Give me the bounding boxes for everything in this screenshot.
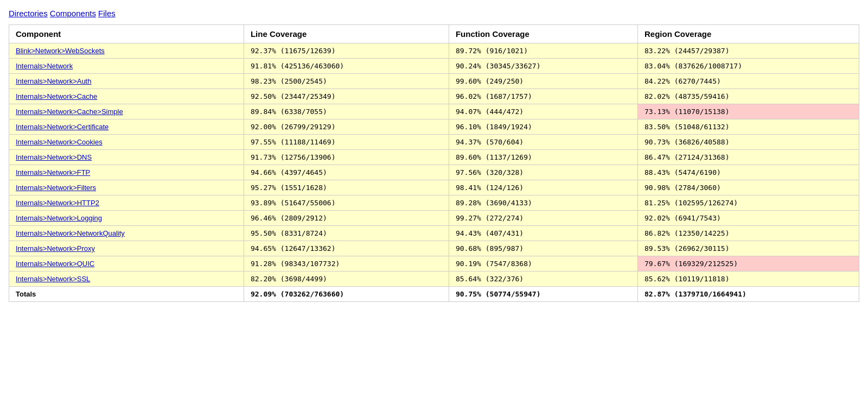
- cell-component: Internals>Network>FTP: [9, 165, 244, 180]
- table-row: Internals>Network>Cache92.50% (23447/253…: [9, 89, 859, 104]
- cell-function-coverage: 90.68% (895/987): [449, 241, 637, 256]
- component-link[interactable]: Internals>Network>QUIC: [16, 260, 94, 268]
- cell-line-coverage: 92.37% (11675/12639): [244, 43, 449, 59]
- cell-function-coverage: 89.28% (3690/4133): [449, 195, 637, 211]
- view-results-bar: Directories Components Files: [9, 9, 859, 18]
- cell-component: Internals>Network: [9, 59, 244, 74]
- cell-component: Internals>Network>Proxy: [9, 241, 244, 256]
- cell-line-coverage: 82.20% (3698/4499): [244, 272, 449, 287]
- table-row: Internals>Network>Proxy94.65% (12647/133…: [9, 241, 859, 256]
- table-row: Internals>Network>NetworkQuality95.50% (…: [9, 226, 859, 241]
- cell-component: Internals>Network>HTTP2: [9, 195, 244, 211]
- table-row: Internals>Network>DNS91.73% (12756/13906…: [9, 150, 859, 165]
- cell-region-coverage: 82.02% (48735/59416): [637, 89, 859, 104]
- cell-region-coverage: 83.22% (24457/29387): [637, 43, 859, 59]
- totals-region: 82.87% (1379710/1664941): [637, 287, 859, 302]
- cell-function-coverage: 85.64% (322/376): [449, 272, 637, 287]
- cell-function-coverage: 98.41% (124/126): [449, 180, 637, 195]
- cell-region-coverage: 79.67% (169329/212525): [637, 256, 859, 272]
- coverage-table: Component Line Coverage Function Coverag…: [9, 24, 859, 302]
- cell-function-coverage: 89.72% (916/1021): [449, 43, 637, 59]
- cell-component: Internals>Network>NetworkQuality: [9, 226, 244, 241]
- component-link[interactable]: Internals>Network>FTP: [16, 168, 90, 176]
- table-row: Internals>Network>Cookies97.55% (11188/1…: [9, 135, 859, 150]
- table-row: Internals>Network>Logging96.46% (2809/29…: [9, 211, 859, 226]
- cell-region-coverage: 86.82% (12350/14225): [637, 226, 859, 241]
- cell-component: Internals>Network>SSL: [9, 272, 244, 287]
- totals-line: 92.09% (703262/763660): [244, 287, 449, 302]
- cell-component: Internals>Network>Cache>Simple: [9, 104, 244, 119]
- cell-region-coverage: 85.62% (10119/11818): [637, 272, 859, 287]
- cell-line-coverage: 95.50% (8331/8724): [244, 226, 449, 241]
- cell-line-coverage: 92.50% (23447/25349): [244, 89, 449, 104]
- cell-function-coverage: 90.19% (7547/8368): [449, 256, 637, 272]
- cell-region-coverage: 88.43% (5474/6190): [637, 165, 859, 180]
- cell-line-coverage: 94.66% (4397/4645): [244, 165, 449, 180]
- component-link[interactable]: Internals>Network>Cache>Simple: [16, 108, 123, 116]
- cell-component: Internals>Network>Filters: [9, 180, 244, 195]
- cell-function-coverage: 96.10% (1849/1924): [449, 119, 637, 135]
- cell-function-coverage: 99.27% (272/274): [449, 211, 637, 226]
- cell-function-coverage: 89.60% (1137/1269): [449, 150, 637, 165]
- cell-component: Blink>Network>WebSockets: [9, 43, 244, 59]
- component-link[interactable]: Internals>Network: [16, 62, 73, 70]
- totals-function: 90.75% (50774/55947): [449, 287, 637, 302]
- component-link[interactable]: Internals>Network>Logging: [16, 214, 102, 222]
- component-link[interactable]: Internals>Network>Filters: [16, 184, 96, 192]
- cell-line-coverage: 98.23% (2500/2545): [244, 74, 449, 89]
- component-link[interactable]: Internals>Network>DNS: [16, 153, 92, 161]
- table-row: Blink>Network>WebSockets92.37% (11675/12…: [9, 43, 859, 59]
- cell-line-coverage: 94.65% (12647/13362): [244, 241, 449, 256]
- table-row: Internals>Network>Auth98.23% (2500/2545)…: [9, 74, 859, 89]
- cell-line-coverage: 92.00% (26799/29129): [244, 119, 449, 135]
- component-link[interactable]: Internals>Network>NetworkQuality: [16, 229, 125, 237]
- cell-region-coverage: 90.98% (2784/3060): [637, 180, 859, 195]
- header-line-coverage: Line Coverage: [244, 25, 449, 43]
- component-link[interactable]: Internals>Network>Cache: [16, 92, 97, 100]
- cell-line-coverage: 91.73% (12756/13906): [244, 150, 449, 165]
- link-components[interactable]: Components: [50, 9, 96, 18]
- cell-region-coverage: 73.13% (11070/15138): [637, 104, 859, 119]
- cell-component: Internals>Network>Logging: [9, 211, 244, 226]
- component-link[interactable]: Internals>Network>Auth: [16, 77, 91, 85]
- header-region-coverage: Region Coverage: [637, 25, 859, 43]
- component-link[interactable]: Internals>Network>Certificate: [16, 123, 108, 131]
- header-function-coverage: Function Coverage: [449, 25, 637, 43]
- cell-component: Internals>Network>Auth: [9, 74, 244, 89]
- table-row: Internals>Network>HTTP293.89% (51647/550…: [9, 195, 859, 211]
- cell-function-coverage: 96.02% (1687/1757): [449, 89, 637, 104]
- cell-function-coverage: 97.56% (320/328): [449, 165, 637, 180]
- cell-region-coverage: 90.73% (36826/40588): [637, 135, 859, 150]
- cell-function-coverage: 94.43% (407/431): [449, 226, 637, 241]
- cell-region-coverage: 86.47% (27124/31368): [637, 150, 859, 165]
- totals-row: Totals92.09% (703262/763660)90.75% (5077…: [9, 287, 859, 302]
- cell-function-coverage: 90.24% (30345/33627): [449, 59, 637, 74]
- table-row: Internals>Network>QUIC91.28% (98343/1077…: [9, 256, 859, 272]
- totals-label: Totals: [9, 287, 244, 302]
- table-row: Internals>Network>SSL82.20% (3698/4499)8…: [9, 272, 859, 287]
- cell-region-coverage: 92.02% (6941/7543): [637, 211, 859, 226]
- table-header-row: Component Line Coverage Function Coverag…: [9, 25, 859, 43]
- header-component: Component: [9, 25, 244, 43]
- link-directories[interactable]: Directories: [9, 9, 48, 18]
- cell-component: Internals>Network>QUIC: [9, 256, 244, 272]
- cell-region-coverage: 84.22% (6270/7445): [637, 74, 859, 89]
- cell-line-coverage: 95.27% (1551/1628): [244, 180, 449, 195]
- cell-line-coverage: 91.28% (98343/107732): [244, 256, 449, 272]
- table-row: Internals>Network>Filters95.27% (1551/16…: [9, 180, 859, 195]
- cell-component: Internals>Network>Cookies: [9, 135, 244, 150]
- cell-function-coverage: 99.60% (249/250): [449, 74, 637, 89]
- link-files[interactable]: Files: [98, 9, 116, 18]
- cell-line-coverage: 91.81% (425136/463060): [244, 59, 449, 74]
- component-link[interactable]: Internals>Network>SSL: [16, 275, 90, 283]
- component-link[interactable]: Internals>Network>HTTP2: [16, 199, 99, 207]
- table-row: Internals>Network>FTP94.66% (4397/4645)9…: [9, 165, 859, 180]
- component-link[interactable]: Blink>Network>WebSockets: [16, 47, 105, 55]
- table-row: Internals>Network91.81% (425136/463060)9…: [9, 59, 859, 74]
- component-link[interactable]: Internals>Network>Proxy: [16, 244, 95, 253]
- cell-region-coverage: 81.25% (102595/126274): [637, 195, 859, 211]
- cell-line-coverage: 93.89% (51647/55006): [244, 195, 449, 211]
- component-link[interactable]: Internals>Network>Cookies: [16, 138, 103, 146]
- table-row: Internals>Network>Cache>Simple89.84% (63…: [9, 104, 859, 119]
- cell-component: Internals>Network>Cache: [9, 89, 244, 104]
